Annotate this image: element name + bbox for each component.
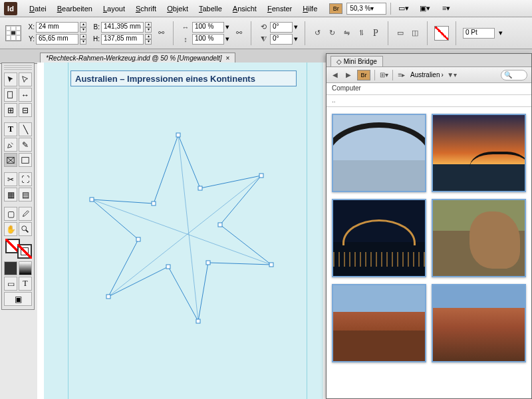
panel-tab-row: ◇ Mini Bridge <box>327 54 531 67</box>
line-tool[interactable]: ╲ <box>19 122 32 136</box>
rotate-field[interactable]: 0° <box>270 22 293 33</box>
thumbnail[interactable] <box>432 199 526 277</box>
zoom-level-field[interactable]: 50,3 % ▾ <box>346 3 386 15</box>
thumbnail[interactable] <box>432 114 526 192</box>
svg-line-9 <box>108 176 261 297</box>
rotate-ccw-icon[interactable]: ↺ <box>312 28 323 39</box>
svg-marker-7 <box>92 135 271 321</box>
x-label: X: <box>25 23 35 31</box>
filter-icon[interactable]: ▼▾ <box>448 70 457 80</box>
x-field[interactable]: 24 mm <box>36 22 78 33</box>
w-label: B: <box>90 23 100 31</box>
apply-gradient-icon[interactable] <box>19 261 32 275</box>
shear-icon: ⧨ <box>258 34 269 45</box>
view-mode-toggle[interactable]: ▣ <box>4 292 32 306</box>
thumbnail[interactable] <box>332 199 426 277</box>
h-spinner[interactable]: ▴▾ <box>145 34 152 45</box>
headline-text-frame[interactable]: Australien – Impressionen eines Kontinen… <box>70 70 297 86</box>
width-field[interactable]: 141,395 mm <box>101 22 144 33</box>
rotate-cw-icon[interactable]: ↻ <box>327 28 337 39</box>
stroke-weight-field[interactable]: 0 Pt <box>463 28 495 39</box>
link-wh-icon[interactable]: ⚯ <box>156 28 166 39</box>
direct-selection-tool[interactable] <box>19 72 32 86</box>
pencil-tool[interactable]: ✎ <box>19 138 32 152</box>
reference-point-grid[interactable] <box>5 25 21 41</box>
menu-schrift[interactable]: Schrift <box>132 3 160 15</box>
thumbnail[interactable] <box>332 114 426 192</box>
screen-mode-icon[interactable]: ▣▾ <box>416 2 434 15</box>
page-tool[interactable] <box>4 88 17 102</box>
stroke-swatch[interactable] <box>17 244 32 259</box>
type-tool[interactable]: T <box>4 122 17 136</box>
gap-tool[interactable]: ↔ <box>19 88 32 102</box>
formatting-text-icon[interactable]: T <box>19 277 32 291</box>
fill-swatch-icon[interactable] <box>434 26 449 41</box>
link-scale-icon[interactable]: ⚯ <box>233 28 244 39</box>
mini-bridge-tab[interactable]: ◇ Mini Bridge <box>331 56 383 66</box>
column-guide <box>68 63 68 399</box>
view-mode-icon[interactable]: ▭▾ <box>395 2 412 15</box>
nav-forward-icon[interactable]: ▶ <box>344 70 353 80</box>
nav-back-icon[interactable]: ◀ <box>331 70 340 80</box>
note-tool[interactable]: ▢ <box>4 207 17 221</box>
gradient-feather-tool[interactable]: ▤ <box>19 188 32 201</box>
menu-bearbeiten[interactable]: Bearbeiten <box>53 3 96 15</box>
x-spinner[interactable]: ▴▾ <box>80 22 86 33</box>
pen-tool[interactable] <box>4 138 17 152</box>
scissors-tool[interactable]: ✂ <box>4 172 17 186</box>
close-tab-icon[interactable]: × <box>226 55 230 62</box>
location-row[interactable]: Computer <box>327 83 531 95</box>
selection-handles[interactable] <box>90 133 273 323</box>
zoom-tool[interactable] <box>19 222 32 236</box>
search-input[interactable]: 🔍 <box>501 70 527 80</box>
bridge-badge-icon[interactable]: Br <box>329 3 342 14</box>
thumbnail[interactable] <box>432 284 526 362</box>
y-spinner[interactable]: ▴▾ <box>80 34 86 45</box>
p-icon[interactable]: P <box>370 28 381 39</box>
gradient-swatch-tool[interactable]: ▦ <box>4 188 17 201</box>
panel-grip-icon[interactable] <box>4 65 32 70</box>
eyedropper-tool[interactable] <box>19 207 32 221</box>
y-field[interactable]: 65,65 mm <box>36 34 78 45</box>
thumbnail[interactable] <box>332 284 426 362</box>
panel-view-icon[interactable]: ⊞▾ <box>379 70 388 80</box>
select-container-icon[interactable]: ▭ <box>395 28 406 39</box>
star-polygon-frame[interactable] <box>78 132 278 325</box>
content-placer-tool[interactable]: ⊟ <box>19 103 32 117</box>
parent-folder-row[interactable]: .. <box>327 95 531 107</box>
svg-rect-16 <box>206 261 210 265</box>
menu-datei[interactable]: Datei <box>25 3 51 15</box>
apply-color-icon[interactable] <box>4 261 17 275</box>
breadcrumb[interactable]: Australien › <box>410 71 444 78</box>
rectangle-tool[interactable] <box>19 153 32 167</box>
menu-hilfe[interactable]: Hilfe <box>299 3 321 15</box>
selection-tool[interactable] <box>4 72 17 86</box>
headline-text: Australien – Impressionen eines Kontinen… <box>75 74 255 84</box>
document-tab[interactable]: *Rechteck-Rahmen-Werkzeug.indd @ 50 % [U… <box>40 53 235 63</box>
menu-layout[interactable]: Layout <box>99 3 129 15</box>
rectangle-frame-tool[interactable] <box>4 153 17 167</box>
menu-ansicht[interactable]: Ansicht <box>229 3 261 15</box>
arrange-icon[interactable]: ≡▾ <box>438 2 455 15</box>
scale-y-icon: ↕ <box>180 34 191 45</box>
bridge-icon[interactable]: Br <box>357 70 370 80</box>
formatting-container-icon[interactable]: ▭ <box>4 277 17 291</box>
menu-tabelle[interactable]: Tabelle <box>195 3 226 15</box>
select-content-icon[interactable]: ◫ <box>410 28 420 39</box>
hand-tool[interactable]: ✋ <box>4 222 17 236</box>
menu-objekt[interactable]: Objekt <box>163 3 192 15</box>
flip-v-icon[interactable]: ⥮ <box>356 28 366 39</box>
free-transform-tool[interactable]: ⛶ <box>19 172 32 186</box>
w-spinner[interactable]: ▴▾ <box>145 22 152 33</box>
scale-x-field[interactable]: 100 % <box>192 22 224 33</box>
shear-field[interactable]: 0° <box>270 34 293 45</box>
flip-h-icon[interactable]: ⇋ <box>341 28 352 39</box>
mini-bridge-panel: ◇ Mini Bridge ◀ ▶ Br ⊞▾ ≡▸ Australien › … <box>326 53 532 399</box>
menu-fenster[interactable]: Fenster <box>263 3 296 15</box>
page[interactable]: Australien – Impressionen eines Kontinen… <box>44 63 323 399</box>
height-field[interactable]: 137,85 mm <box>101 34 144 45</box>
fill-stroke-control[interactable] <box>4 239 33 259</box>
scale-y-field[interactable]: 100 % <box>192 34 224 45</box>
sort-icon[interactable]: ≡▸ <box>397 70 406 80</box>
content-collector-tool[interactable]: ⊞ <box>4 103 17 117</box>
